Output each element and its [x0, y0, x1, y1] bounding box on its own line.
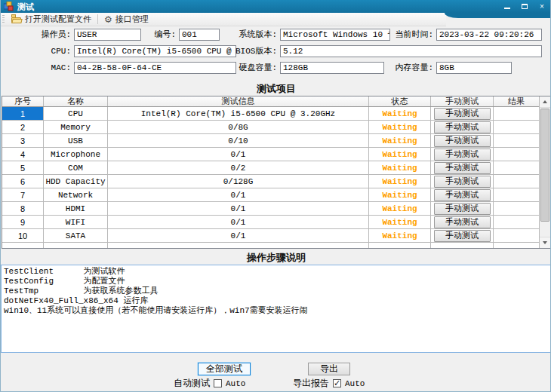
row-info-cell[interactable]: 0/1	[108, 148, 369, 161]
table-row[interactable]: 3USB0/10Waiting手动测试	[2, 134, 539, 148]
scrollbar-thumb[interactable]	[540, 109, 549, 222]
row-name-cell[interactable]: Memory	[44, 121, 108, 133]
row-no-cell[interactable]: 8	[2, 202, 44, 215]
row-info-cell[interactable]: 0/8G	[108, 121, 369, 133]
row-result-cell[interactable]	[494, 148, 539, 161]
row-name-cell[interactable]: HDD Capacity	[44, 175, 108, 188]
manual-test-button[interactable]: 手动测试	[434, 108, 491, 120]
row-info-cell[interactable]: 0/1	[108, 216, 369, 228]
row-info-cell[interactable]: 0/2	[108, 161, 369, 174]
ram-field[interactable]: 8GB	[436, 62, 512, 74]
row-status-cell[interactable]: Waiting	[369, 188, 431, 201]
row-name-cell[interactable]: HDMI	[44, 202, 108, 215]
row-status-cell[interactable]: Waiting	[369, 202, 431, 215]
maximize-button[interactable]	[519, 2, 530, 11]
auto-test-checkbox[interactable]	[214, 379, 222, 387]
row-status-cell[interactable]: Waiting	[369, 148, 431, 161]
scroll-up-icon[interactable]	[540, 96, 550, 108]
disk-field[interactable]: 128GB	[280, 62, 384, 74]
time-field[interactable]: 2023-03-22 09:20:26	[436, 29, 542, 41]
table-row[interactable]: 7Network0/1Waiting手动测试	[2, 188, 539, 202]
row-info-cell[interactable]: 0/10	[108, 134, 369, 147]
table-row[interactable]: 4Microphone0/1Waiting手动测试	[2, 148, 539, 161]
row-result-cell[interactable]	[494, 229, 539, 242]
table-row[interactable]: 6HDD Capacity0/128GWaiting手动测试	[2, 175, 539, 188]
row-result-cell[interactable]	[494, 175, 539, 188]
row-name-cell[interactable]: SATA	[44, 229, 108, 242]
row-result-cell[interactable]	[494, 202, 539, 215]
manual-test-button[interactable]: 手动测试	[434, 162, 491, 174]
row-status-cell[interactable]: Waiting	[369, 175, 431, 188]
row-name-cell[interactable]: Network	[44, 188, 108, 201]
manual-test-button[interactable]: 手动测试	[434, 176, 491, 188]
test-table: 序号 名称 测试信息 状态 手动测试 结果 1CPUIntel(R) Core(…	[2, 96, 551, 249]
row-name-cell[interactable]: COM	[44, 161, 108, 174]
row-info-cell[interactable]: 0/1	[108, 188, 369, 201]
table-row[interactable]: 1CPUIntel(R) Core(TM) i5-6500 CPU @ 3.20…	[2, 107, 539, 121]
minimize-button[interactable]	[502, 2, 513, 11]
row-manual-cell: 手动测试	[431, 134, 494, 147]
row-no-cell[interactable]: 7	[2, 188, 44, 201]
row-no-cell[interactable]: 5	[2, 161, 44, 174]
row-status-cell[interactable]: Waiting	[369, 161, 431, 174]
scroll-down-icon[interactable]	[540, 237, 550, 248]
row-no-cell[interactable]: 2	[2, 121, 44, 133]
row-status-cell[interactable]: Waiting	[369, 134, 431, 147]
row-info-cell[interactable]: Intel(R) Core(TM) i5-6500 CPU @ 3.20GHz	[108, 107, 369, 120]
table-scrollbar[interactable]	[539, 96, 550, 248]
test-all-button[interactable]: 全部测试	[198, 363, 251, 375]
row-manual-cell: 手动测试	[431, 175, 494, 188]
manual-test-button[interactable]: 手动测试	[434, 121, 491, 133]
manual-test-button[interactable]: 手动测试	[434, 135, 491, 147]
close-button[interactable]: ×	[537, 2, 547, 11]
os-field[interactable]: Microsoft Windows 10 专	[280, 29, 390, 41]
status-text: Waiting	[382, 123, 417, 132]
manual-test-button[interactable]: 手动测试	[434, 149, 491, 161]
table-row[interactable]: 9WIFI0/1Waiting手动测试	[2, 216, 539, 229]
row-no-cell[interactable]: 6	[2, 175, 44, 188]
number-field[interactable]: 001	[179, 29, 220, 41]
steps-textarea[interactable]: TestClient 为测试软件 TestConfig 为配置文件 TestTm…	[1, 265, 551, 353]
manual-test-button[interactable]: 手动测试	[434, 189, 491, 201]
row-manual-cell: 手动测试	[431, 216, 494, 228]
export-report-check-label: Auto	[345, 379, 365, 388]
row-result-cell[interactable]	[494, 216, 539, 228]
table-row[interactable]: 2Memory0/8GWaiting手动测试	[2, 121, 539, 134]
manual-test-button[interactable]: 手动测试	[434, 216, 491, 228]
cpu-field[interactable]: Intel(R) Core(TM) i5-6500 CPU @ 3.20GHz	[74, 45, 236, 57]
table-row[interactable]: 5COM0/2Waiting手动测试	[2, 161, 539, 175]
row-name-cell[interactable]: CPU	[44, 107, 108, 120]
interface-mgmt-button[interactable]: ⚙ 接口管理	[100, 14, 152, 26]
export-report-checkbox[interactable]: ✓	[333, 379, 341, 387]
steps-section-title: 操作步骤说明	[1, 251, 551, 265]
table-row[interactable]: 10SATA0/1Waiting手动测试	[2, 229, 539, 243]
row-result-cell[interactable]	[494, 161, 539, 174]
row-status-cell[interactable]: Waiting	[369, 229, 431, 242]
row-status-cell[interactable]: Waiting	[369, 121, 431, 133]
bios-field[interactable]: 5.12	[280, 45, 542, 57]
table-row[interactable]: 8HDMI0/1Waiting手动测试	[2, 202, 539, 216]
row-no-cell[interactable]: 10	[2, 229, 44, 242]
row-info-cell[interactable]: 0/1	[108, 202, 369, 215]
row-info-cell[interactable]: 0/1	[108, 229, 369, 242]
ram-label: 内存容量:	[378, 62, 433, 74]
row-no-cell[interactable]: 4	[2, 148, 44, 161]
row-status-cell[interactable]: Waiting	[369, 107, 431, 120]
mac-field[interactable]: 04-2B-58-0F-64-CE	[74, 62, 236, 74]
open-config-button[interactable]: 打开测试配置文件	[8, 14, 95, 26]
manual-test-button[interactable]: 手动测试	[434, 203, 491, 215]
manual-test-button[interactable]: 手动测试	[434, 230, 491, 242]
row-no-cell[interactable]: 3	[2, 134, 44, 147]
row-result-cell[interactable]	[494, 188, 539, 201]
row-result-cell[interactable]	[494, 121, 539, 133]
row-name-cell[interactable]: USB	[44, 134, 108, 147]
row-no-cell[interactable]: 9	[2, 216, 44, 228]
row-result-cell[interactable]	[494, 107, 539, 120]
row-name-cell[interactable]: WIFI	[44, 216, 108, 228]
row-no-cell[interactable]: 1	[2, 107, 44, 120]
row-info-cell[interactable]: 0/128G	[108, 175, 369, 188]
row-result-cell[interactable]	[494, 134, 539, 147]
row-status-cell[interactable]: Waiting	[369, 216, 431, 228]
row-name-cell[interactable]: Microphone	[44, 148, 108, 161]
export-button[interactable]: 导出	[308, 363, 350, 375]
